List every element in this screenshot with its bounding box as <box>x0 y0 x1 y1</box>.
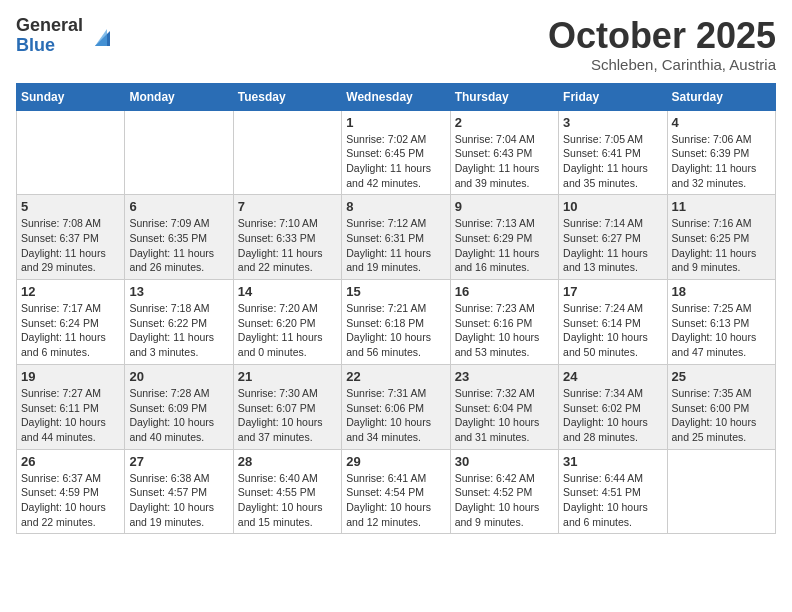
calendar-cell: 13Sunrise: 7:18 AMSunset: 6:22 PMDayligh… <box>125 280 233 365</box>
calendar-cell: 23Sunrise: 7:32 AMSunset: 6:04 PMDayligh… <box>450 364 558 449</box>
day-info: Sunrise: 7:20 AMSunset: 6:20 PMDaylight:… <box>238 301 337 360</box>
day-number: 14 <box>238 284 337 299</box>
day-header-wednesday: Wednesday <box>342 83 450 110</box>
calendar-cell: 2Sunrise: 7:04 AMSunset: 6:43 PMDaylight… <box>450 110 558 195</box>
calendar-cell: 7Sunrise: 7:10 AMSunset: 6:33 PMDaylight… <box>233 195 341 280</box>
day-info: Sunrise: 7:25 AMSunset: 6:13 PMDaylight:… <box>672 301 771 360</box>
day-info: Sunrise: 7:05 AMSunset: 6:41 PMDaylight:… <box>563 132 662 191</box>
svg-marker-1 <box>95 29 107 46</box>
day-info: Sunrise: 6:38 AMSunset: 4:57 PMDaylight:… <box>129 471 228 530</box>
day-number: 25 <box>672 369 771 384</box>
calendar-cell: 1Sunrise: 7:02 AMSunset: 6:45 PMDaylight… <box>342 110 450 195</box>
day-number: 19 <box>21 369 120 384</box>
calendar-week-row: 1Sunrise: 7:02 AMSunset: 6:45 PMDaylight… <box>17 110 776 195</box>
calendar-cell <box>233 110 341 195</box>
calendar-cell: 29Sunrise: 6:41 AMSunset: 4:54 PMDayligh… <box>342 449 450 534</box>
logo-icon <box>85 21 115 51</box>
day-number: 22 <box>346 369 445 384</box>
logo: General Blue <box>16 16 115 56</box>
calendar-cell: 10Sunrise: 7:14 AMSunset: 6:27 PMDayligh… <box>559 195 667 280</box>
calendar-cell: 8Sunrise: 7:12 AMSunset: 6:31 PMDaylight… <box>342 195 450 280</box>
calendar-cell: 26Sunrise: 6:37 AMSunset: 4:59 PMDayligh… <box>17 449 125 534</box>
day-info: Sunrise: 7:02 AMSunset: 6:45 PMDaylight:… <box>346 132 445 191</box>
calendar-week-row: 26Sunrise: 6:37 AMSunset: 4:59 PMDayligh… <box>17 449 776 534</box>
day-header-saturday: Saturday <box>667 83 775 110</box>
day-number: 12 <box>21 284 120 299</box>
calendar-cell <box>125 110 233 195</box>
calendar-cell: 18Sunrise: 7:25 AMSunset: 6:13 PMDayligh… <box>667 280 775 365</box>
day-info: Sunrise: 7:28 AMSunset: 6:09 PMDaylight:… <box>129 386 228 445</box>
day-info: Sunrise: 7:10 AMSunset: 6:33 PMDaylight:… <box>238 216 337 275</box>
calendar-cell: 20Sunrise: 7:28 AMSunset: 6:09 PMDayligh… <box>125 364 233 449</box>
day-info: Sunrise: 7:24 AMSunset: 6:14 PMDaylight:… <box>563 301 662 360</box>
calendar-cell: 28Sunrise: 6:40 AMSunset: 4:55 PMDayligh… <box>233 449 341 534</box>
calendar-cell: 24Sunrise: 7:34 AMSunset: 6:02 PMDayligh… <box>559 364 667 449</box>
calendar-cell <box>667 449 775 534</box>
calendar-cell <box>17 110 125 195</box>
day-number: 31 <box>563 454 662 469</box>
day-info: Sunrise: 6:37 AMSunset: 4:59 PMDaylight:… <box>21 471 120 530</box>
day-number: 16 <box>455 284 554 299</box>
logo-blue: Blue <box>16 36 83 56</box>
calendar-cell: 4Sunrise: 7:06 AMSunset: 6:39 PMDaylight… <box>667 110 775 195</box>
day-header-thursday: Thursday <box>450 83 558 110</box>
day-number: 29 <box>346 454 445 469</box>
calendar-cell: 3Sunrise: 7:05 AMSunset: 6:41 PMDaylight… <box>559 110 667 195</box>
calendar-week-row: 12Sunrise: 7:17 AMSunset: 6:24 PMDayligh… <box>17 280 776 365</box>
calendar-cell: 19Sunrise: 7:27 AMSunset: 6:11 PMDayligh… <box>17 364 125 449</box>
day-info: Sunrise: 6:42 AMSunset: 4:52 PMDaylight:… <box>455 471 554 530</box>
calendar-week-row: 5Sunrise: 7:08 AMSunset: 6:37 PMDaylight… <box>17 195 776 280</box>
calendar-cell: 25Sunrise: 7:35 AMSunset: 6:00 PMDayligh… <box>667 364 775 449</box>
day-info: Sunrise: 7:21 AMSunset: 6:18 PMDaylight:… <box>346 301 445 360</box>
day-number: 21 <box>238 369 337 384</box>
day-number: 2 <box>455 115 554 130</box>
day-header-sunday: Sunday <box>17 83 125 110</box>
day-number: 28 <box>238 454 337 469</box>
day-info: Sunrise: 7:16 AMSunset: 6:25 PMDaylight:… <box>672 216 771 275</box>
day-number: 13 <box>129 284 228 299</box>
calendar-header-row: SundayMondayTuesdayWednesdayThursdayFrid… <box>17 83 776 110</box>
calendar-cell: 11Sunrise: 7:16 AMSunset: 6:25 PMDayligh… <box>667 195 775 280</box>
calendar-cell: 22Sunrise: 7:31 AMSunset: 6:06 PMDayligh… <box>342 364 450 449</box>
day-number: 5 <box>21 199 120 214</box>
calendar-cell: 27Sunrise: 6:38 AMSunset: 4:57 PMDayligh… <box>125 449 233 534</box>
day-info: Sunrise: 7:08 AMSunset: 6:37 PMDaylight:… <box>21 216 120 275</box>
calendar-cell: 30Sunrise: 6:42 AMSunset: 4:52 PMDayligh… <box>450 449 558 534</box>
day-info: Sunrise: 7:18 AMSunset: 6:22 PMDaylight:… <box>129 301 228 360</box>
calendar-cell: 12Sunrise: 7:17 AMSunset: 6:24 PMDayligh… <box>17 280 125 365</box>
day-number: 4 <box>672 115 771 130</box>
day-number: 9 <box>455 199 554 214</box>
day-header-friday: Friday <box>559 83 667 110</box>
calendar-cell: 15Sunrise: 7:21 AMSunset: 6:18 PMDayligh… <box>342 280 450 365</box>
calendar-cell: 14Sunrise: 7:20 AMSunset: 6:20 PMDayligh… <box>233 280 341 365</box>
day-number: 1 <box>346 115 445 130</box>
day-info: Sunrise: 7:31 AMSunset: 6:06 PMDaylight:… <box>346 386 445 445</box>
day-info: Sunrise: 7:13 AMSunset: 6:29 PMDaylight:… <box>455 216 554 275</box>
day-info: Sunrise: 6:44 AMSunset: 4:51 PMDaylight:… <box>563 471 662 530</box>
day-number: 3 <box>563 115 662 130</box>
day-number: 11 <box>672 199 771 214</box>
day-info: Sunrise: 6:41 AMSunset: 4:54 PMDaylight:… <box>346 471 445 530</box>
location-subtitle: Schleben, Carinthia, Austria <box>548 56 776 73</box>
day-number: 6 <box>129 199 228 214</box>
day-info: Sunrise: 7:35 AMSunset: 6:00 PMDaylight:… <box>672 386 771 445</box>
logo-general: General <box>16 16 83 36</box>
day-number: 23 <box>455 369 554 384</box>
day-info: Sunrise: 7:14 AMSunset: 6:27 PMDaylight:… <box>563 216 662 275</box>
day-number: 20 <box>129 369 228 384</box>
day-info: Sunrise: 7:27 AMSunset: 6:11 PMDaylight:… <box>21 386 120 445</box>
day-number: 24 <box>563 369 662 384</box>
day-number: 15 <box>346 284 445 299</box>
page-header: General Blue October 2025 Schleben, Cari… <box>16 16 776 73</box>
day-header-monday: Monday <box>125 83 233 110</box>
day-number: 27 <box>129 454 228 469</box>
day-info: Sunrise: 7:32 AMSunset: 6:04 PMDaylight:… <box>455 386 554 445</box>
day-number: 8 <box>346 199 445 214</box>
day-info: Sunrise: 7:12 AMSunset: 6:31 PMDaylight:… <box>346 216 445 275</box>
day-number: 26 <box>21 454 120 469</box>
calendar-cell: 5Sunrise: 7:08 AMSunset: 6:37 PMDaylight… <box>17 195 125 280</box>
day-info: Sunrise: 7:06 AMSunset: 6:39 PMDaylight:… <box>672 132 771 191</box>
day-info: Sunrise: 6:40 AMSunset: 4:55 PMDaylight:… <box>238 471 337 530</box>
day-number: 30 <box>455 454 554 469</box>
day-info: Sunrise: 7:34 AMSunset: 6:02 PMDaylight:… <box>563 386 662 445</box>
